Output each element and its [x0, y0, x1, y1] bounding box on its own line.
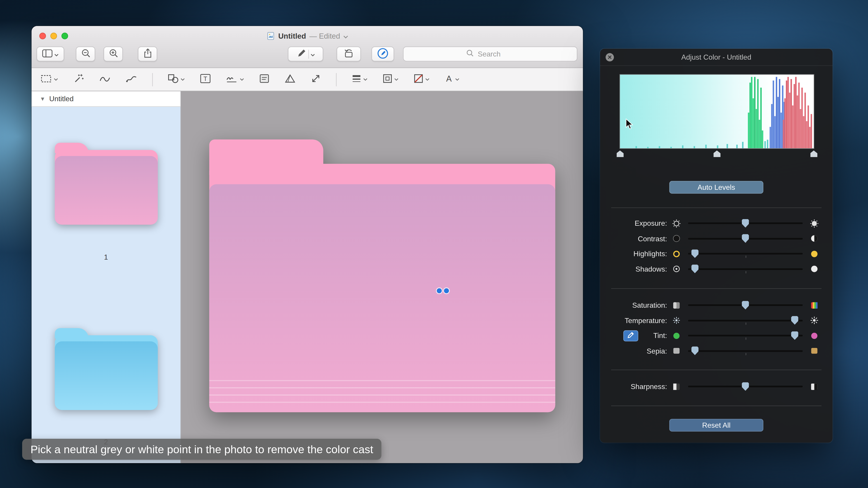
preview-window: Untitled — Edited	[32, 26, 583, 463]
markup-toolbar-toggle-button[interactable]	[371, 46, 394, 61]
highlights-min-icon	[672, 250, 681, 258]
sidebar-section-label: Untitled	[49, 95, 74, 103]
markup-pen-circle-icon	[377, 47, 389, 61]
draw-tool-button[interactable]	[126, 73, 137, 86]
highlights-slider[interactable]	[688, 253, 803, 255]
panel-close-button[interactable]: ✕	[606, 53, 614, 61]
fill-color-button[interactable]	[413, 73, 430, 86]
thumbnail-item-1[interactable]: 1	[32, 143, 181, 261]
slider-tick	[745, 322, 746, 325]
toolbar-divider	[336, 73, 337, 86]
shapes-tool-button[interactable]	[168, 73, 185, 86]
share-icon	[143, 48, 152, 60]
border-color-button[interactable]	[382, 73, 399, 86]
exposure-slider-knob[interactable]	[742, 219, 749, 228]
temperature-max-icon	[810, 316, 819, 325]
slider-row-saturation: Saturation:	[600, 298, 833, 313]
chevron-down-icon	[425, 78, 430, 80]
sidebar-view-icon	[42, 49, 53, 59]
view-options-button[interactable]	[37, 46, 64, 61]
toolbar-divider	[152, 73, 153, 86]
title-chevron-icon[interactable]	[343, 31, 348, 41]
sepia-slider-knob[interactable]	[691, 347, 699, 355]
panel-titlebar: Adjust Color - Untitled	[600, 49, 833, 66]
tint-slider[interactable]	[688, 335, 803, 336]
slider-row-temperature: Temperature:	[600, 313, 833, 328]
canvas[interactable]	[181, 91, 583, 463]
levels-mid-point-handle[interactable]	[713, 151, 721, 157]
screen: Untitled — Edited	[0, 0, 868, 488]
title-edited-text: — Edited	[309, 32, 340, 40]
levels-black-point-handle[interactable]	[616, 151, 624, 157]
search-input[interactable]	[477, 49, 515, 59]
rotate-left-button[interactable]	[337, 46, 361, 61]
text-style-button[interactable]: A	[445, 73, 460, 86]
divider	[611, 369, 822, 370]
temperature-slider[interactable]	[688, 320, 803, 321]
slider-group-sharpness: Sharpness:	[600, 379, 833, 394]
sketch-tool-button[interactable]	[99, 73, 111, 86]
slider-tick	[745, 337, 746, 340]
slider-group-color: Saturation:Temperature:Tint:Sepia:	[600, 298, 833, 359]
title-text: Untitled	[278, 32, 306, 40]
highlights-label: Highlights:	[600, 246, 667, 261]
note-tool-button[interactable]	[259, 73, 270, 86]
pink-folder-image[interactable]	[209, 139, 555, 412]
zoom-out-button[interactable]	[76, 46, 95, 61]
contrast-label: Contrast:	[600, 231, 667, 246]
contrast-min-icon	[672, 234, 681, 243]
sepia-slider[interactable]	[688, 350, 803, 352]
search-field[interactable]	[403, 46, 577, 61]
text-box-icon: T	[200, 73, 211, 86]
share-button[interactable]	[138, 46, 157, 61]
sharpness-min-icon	[672, 382, 681, 391]
slider-tick	[745, 256, 746, 258]
chevron-down-icon	[240, 78, 244, 80]
sidebar-section-header[interactable]: ▼ Untitled	[32, 91, 181, 107]
shadows-min-icon	[672, 265, 681, 273]
instant-alpha-button[interactable]	[73, 73, 84, 86]
reset-all-button[interactable]: Reset All	[669, 419, 763, 431]
window-body: ▼ Untitled 1 2	[32, 91, 583, 463]
histogram	[620, 75, 814, 149]
annotate-pen-button[interactable]	[288, 46, 323, 61]
zoom-in-icon	[108, 48, 118, 60]
text-tool-button[interactable]: T	[200, 73, 211, 86]
saturation-slider-knob[interactable]	[742, 301, 749, 310]
adjust-color-panel: Adjust Color - Untitled ✕ Auto Levels Ex…	[600, 49, 833, 443]
zoom-in-button[interactable]	[103, 46, 123, 61]
tint-slider-knob[interactable]	[791, 331, 798, 340]
document-proxy-icon[interactable]	[266, 32, 275, 40]
slider-tick	[745, 271, 746, 273]
contrast-slider-knob[interactable]	[742, 234, 749, 243]
tint-label: Tint:	[600, 328, 667, 343]
sign-tool-button[interactable]	[226, 73, 244, 86]
chevron-down-icon	[455, 78, 460, 80]
thumbnail-item-2[interactable]: 2	[32, 328, 181, 446]
shadows-slider[interactable]	[688, 268, 803, 270]
sharpness-slider[interactable]	[688, 386, 803, 387]
exposure-min-icon	[672, 219, 681, 228]
slider-row-tint: Tint:	[600, 328, 833, 343]
pen-icon	[296, 48, 306, 60]
auto-levels-button[interactable]: Auto Levels	[669, 181, 763, 194]
shadows-slider-knob[interactable]	[691, 265, 699, 273]
magic-wand-icon	[73, 73, 84, 86]
slider-tick	[745, 353, 746, 355]
contrast-slider[interactable]	[688, 238, 803, 239]
saturation-slider[interactable]	[688, 304, 803, 306]
slider-row-exposure: Exposure:	[600, 216, 833, 231]
temperature-slider-knob[interactable]	[791, 316, 798, 325]
levels-white-point-handle[interactable]	[810, 151, 817, 157]
disclosure-triangle-icon[interactable]: ▼	[40, 96, 45, 102]
slider-row-sharpness: Sharpness:	[600, 379, 833, 394]
sharpness-slider-knob[interactable]	[742, 382, 749, 391]
chevron-down-icon	[180, 78, 185, 80]
selection-tool-button[interactable]	[40, 73, 58, 86]
shape-style-button[interactable]	[351, 73, 368, 86]
adjust-size-button[interactable]	[311, 73, 321, 86]
highlights-slider-knob[interactable]	[691, 250, 699, 258]
exposure-slider[interactable]	[688, 223, 803, 224]
adjust-color-button[interactable]	[285, 73, 296, 86]
thumbnail-list: 1 2	[32, 107, 181, 463]
